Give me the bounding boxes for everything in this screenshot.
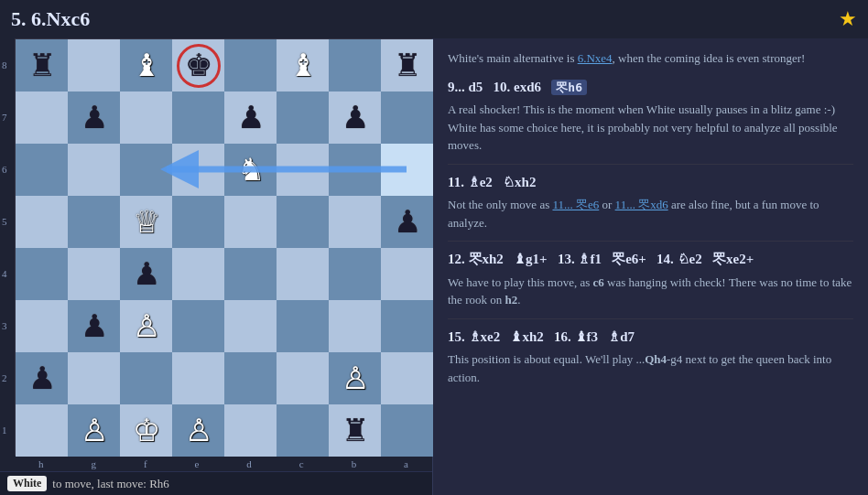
cell-c7[interactable] bbox=[120, 91, 172, 144]
cell-b2[interactable] bbox=[68, 352, 120, 404]
cell-a2[interactable]: ♟ bbox=[16, 352, 68, 404]
circled-king: ♚ bbox=[177, 44, 221, 88]
cell-d3[interactable] bbox=[172, 300, 224, 352]
cell-c4[interactable]: ♟ bbox=[120, 248, 172, 300]
cell-d1[interactable]: ♙ bbox=[172, 404, 224, 457]
cell-e4[interactable] bbox=[224, 248, 277, 300]
cell-c1[interactable]: ♔ bbox=[120, 404, 172, 457]
cell-f6[interactable] bbox=[277, 144, 329, 196]
status-text: to move, last move: Rh6 bbox=[52, 477, 168, 491]
file-labels: h g f e d c b a bbox=[0, 457, 432, 471]
cell-c6[interactable] bbox=[120, 144, 172, 196]
page-title: 5. 6.Nxc6 bbox=[11, 7, 90, 31]
cell-b3[interactable]: ♟ bbox=[68, 300, 120, 352]
cell-a4[interactable] bbox=[16, 248, 68, 300]
analysis-panel[interactable]: White's main alternative is 6.Nxe4, when… bbox=[432, 38, 868, 495]
cell-h7[interactable] bbox=[381, 91, 433, 144]
cell-e2[interactable] bbox=[224, 352, 277, 404]
cell-a5[interactable] bbox=[16, 196, 68, 248]
move-comment-2: Not the only move as 11... 罖e6 or 11... … bbox=[448, 196, 853, 231]
top-link[interactable]: 6.Nxe4 bbox=[578, 51, 613, 65]
cell-a1[interactable] bbox=[16, 404, 68, 457]
divider-3 bbox=[448, 318, 853, 319]
cell-c5[interactable]: ♕ bbox=[120, 196, 172, 248]
cell-e3[interactable] bbox=[224, 300, 277, 352]
cell-g8[interactable] bbox=[329, 39, 381, 91]
cell-b6[interactable] bbox=[68, 144, 120, 196]
cell-a8[interactable]: ♜ bbox=[16, 39, 68, 91]
status-bar: White to move, last move: Rh6 bbox=[0, 471, 432, 495]
top-text: White's main alternative is 6.Nxe4, when… bbox=[448, 49, 853, 68]
move-comment-1: A real shocker! This is the moment when … bbox=[448, 101, 853, 155]
cell-f7[interactable] bbox=[277, 91, 329, 144]
move-notation-3: 12. 罖xh2 ♝g1+ 13. ♗f1 罖e6+ 14. ♘e2 罖xe2+ bbox=[448, 249, 853, 270]
move-notation-4: 15. ♗xe2 ♝xh2 16. ♝f3 ♗d7 bbox=[448, 327, 853, 348]
cell-e8[interactable] bbox=[224, 39, 277, 91]
cell-d4[interactable] bbox=[172, 248, 224, 300]
cell-e7[interactable]: ♟ bbox=[224, 91, 277, 144]
cell-b7[interactable]: ♟ bbox=[68, 91, 120, 144]
cell-d6[interactable] bbox=[172, 144, 224, 196]
cell-g1[interactable]: ♜ bbox=[329, 404, 381, 457]
cell-g7[interactable]: ♟ bbox=[329, 91, 381, 144]
move-block-1: 9... d5 10. exd6 罖h6 A real shocker! Thi… bbox=[448, 77, 853, 155]
cell-f1[interactable] bbox=[277, 404, 329, 457]
move-notation-1: 9... d5 10. exd6 罖h6 bbox=[448, 77, 853, 98]
move-comment-4: This position is about equal. We'll play… bbox=[448, 350, 853, 386]
move-block-3: 12. 罖xh2 ♝g1+ 13. ♗f1 罖e6+ 14. ♘e2 罖xe2+… bbox=[448, 249, 853, 309]
cell-f2[interactable] bbox=[277, 352, 329, 404]
cell-c2[interactable] bbox=[120, 352, 172, 404]
cell-h6[interactable] bbox=[381, 144, 433, 196]
cell-a6[interactable] bbox=[16, 144, 68, 196]
cell-d8[interactable]: ♚ bbox=[172, 39, 224, 91]
cell-g4[interactable] bbox=[329, 248, 381, 300]
divider-1 bbox=[448, 164, 853, 165]
cell-d7[interactable] bbox=[172, 91, 224, 144]
cell-b4[interactable] bbox=[68, 248, 120, 300]
move-notation-2: 11. ♗e2 ♘xh2 bbox=[448, 172, 853, 193]
cell-f4[interactable] bbox=[277, 248, 329, 300]
link-re6[interactable]: 11... 罖e6 bbox=[552, 198, 599, 211]
cell-h4[interactable] bbox=[381, 248, 433, 300]
cell-e5[interactable] bbox=[224, 196, 277, 248]
cell-g2[interactable]: ♙ bbox=[329, 352, 381, 404]
move-comment-3: We have to play this move, as c6 was han… bbox=[448, 274, 853, 309]
cell-g6[interactable] bbox=[329, 144, 381, 196]
cell-a3[interactable] bbox=[16, 300, 68, 352]
cell-d2[interactable] bbox=[172, 352, 224, 404]
status-badge: White bbox=[7, 476, 47, 491]
cell-b5[interactable] bbox=[68, 196, 120, 248]
chess-board: ♜ ♝ ♚ ♝ ♜ ♟ ♟ ♟ bbox=[15, 38, 432, 456]
cell-h8[interactable]: ♜ bbox=[381, 39, 433, 91]
board-container: 8 7 6 5 4 3 2 1 ♜ ♝ ♚ ♝ ♜ ♟ bbox=[0, 38, 432, 495]
cell-g5[interactable] bbox=[329, 196, 381, 248]
move-block-4: 15. ♗xe2 ♝xh2 16. ♝f3 ♗d7 This position … bbox=[448, 327, 853, 387]
cell-f3[interactable] bbox=[277, 300, 329, 352]
cell-c8[interactable]: ♝ bbox=[120, 39, 172, 91]
cell-h1[interactable] bbox=[381, 404, 433, 457]
rank-labels: 8 7 6 5 4 3 2 1 bbox=[0, 38, 15, 457]
divider-2 bbox=[448, 241, 853, 242]
cell-h2[interactable] bbox=[381, 352, 433, 404]
move-block-2: 11. ♗e2 ♘xh2 Not the only move as 11... … bbox=[448, 172, 853, 232]
cell-g3[interactable] bbox=[329, 300, 381, 352]
cell-a7[interactable] bbox=[16, 91, 68, 144]
cell-f8[interactable]: ♝ bbox=[277, 39, 329, 91]
link-rxd6[interactable]: 11... 罖xd6 bbox=[615, 198, 668, 211]
cell-c3[interactable]: ♙ bbox=[120, 300, 172, 352]
cell-e6[interactable]: ♞ bbox=[224, 144, 277, 196]
title-bar: 5. 6.Nxc6 ★ bbox=[0, 0, 868, 38]
cell-h5[interactable]: ♟ bbox=[381, 196, 433, 248]
cell-b1[interactable]: ♙ bbox=[68, 404, 120, 457]
cell-e1[interactable] bbox=[224, 404, 277, 457]
cell-b8[interactable] bbox=[68, 39, 120, 91]
cell-h3[interactable] bbox=[381, 300, 433, 352]
star-icon[interactable]: ★ bbox=[839, 7, 857, 31]
cell-d5[interactable] bbox=[172, 196, 224, 248]
cell-f5[interactable] bbox=[277, 196, 329, 248]
